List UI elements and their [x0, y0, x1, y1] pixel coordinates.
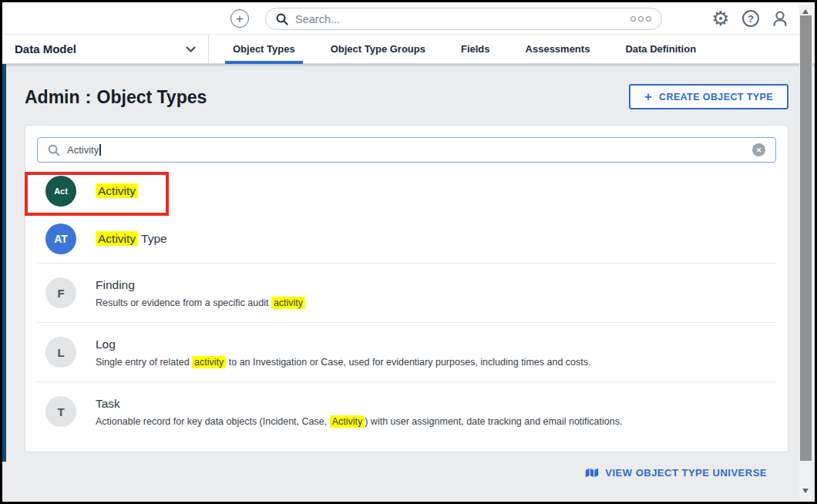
result-title: Activity [96, 184, 138, 198]
page-title: Admin : Object Types [25, 86, 207, 108]
description-segment: to an Investigation or Case, used for ev… [226, 357, 590, 368]
result-row[interactable]: FFindingResults or evidence from a speci… [37, 263, 776, 322]
content-left-border [2, 64, 6, 462]
panel-footer: VIEW OBJECT TYPE UNIVERSE [2, 467, 767, 479]
title-segment: Finding [96, 278, 135, 291]
description-segment: Results or evidence from a specific audi… [96, 297, 271, 308]
result-description: Actionable record for key data objects (… [96, 416, 622, 427]
tab-fields[interactable]: Fields [453, 35, 498, 63]
create-object-type-button[interactable]: + CREATE OBJECT TYPE [629, 84, 788, 109]
tab-bar: Object Types Object Type Groups Fields A… [215, 35, 714, 63]
description-segment: Actionable record for key data objects (… [96, 416, 330, 427]
chevron-down-icon [186, 46, 196, 52]
app-window: + Search... ⚙ ? Data Model [0, 0, 817, 504]
view-object-type-universe-label: VIEW OBJECT TYPE UNIVERSE [605, 467, 767, 479]
object-type-search-input[interactable]: Activity ✕ [37, 137, 776, 163]
scroll-up-arrow-icon[interactable] [802, 9, 809, 14]
description-segment: ) with user assignment, date tracking an… [365, 416, 622, 427]
result-row[interactable]: ActActivity [37, 167, 776, 215]
vertical-scrollbar[interactable] [799, 5, 812, 499]
title-segment: Log [96, 338, 116, 351]
search-input-value: Activity [67, 144, 99, 156]
magnifier-icon [48, 144, 60, 156]
result-description: Single entry of related activity to an I… [96, 357, 590, 368]
result-row[interactable]: TTaskActionable record for key data obje… [37, 381, 776, 441]
nav-bar: Data Model Object Types Object Type Grou… [2, 35, 815, 64]
result-row[interactable]: ATActivity Type [37, 215, 776, 263]
title-segment: Type [138, 232, 167, 245]
search-term-highlight: activity [192, 356, 226, 368]
page-title-separator: : [86, 86, 92, 108]
kebab-horizontal-icon[interactable] [630, 16, 651, 22]
clear-search-icon[interactable]: ✕ [752, 143, 765, 156]
map-icon [585, 467, 599, 479]
result-title: Log [96, 338, 590, 351]
result-text: Activity [96, 184, 138, 198]
top-bar: + Search... ⚙ ? [2, 2, 815, 35]
tab-assessments[interactable]: Assessments [518, 35, 598, 63]
object-type-avatar: T [45, 396, 76, 427]
view-object-type-universe-link[interactable]: VIEW OBJECT TYPE UNIVERSE [585, 467, 767, 479]
result-text: Activity Type [96, 232, 167, 246]
object-types-panel: Activity ✕ ActActivityATActivity TypeFFi… [25, 125, 788, 452]
context-selector-data-model[interactable]: Data Model [2, 35, 209, 63]
search-term-highlight: Activity [330, 415, 365, 428]
description-segment: Single entry of related [96, 357, 192, 368]
result-text: LogSingle entry of related activity to a… [96, 338, 590, 368]
result-title: Task [96, 397, 622, 411]
result-description: Results or evidence from a specific audi… [96, 297, 305, 308]
result-row[interactable]: LLogSingle entry of related activity to … [37, 322, 776, 381]
result-text: TaskActionable record for key data objec… [96, 397, 622, 427]
plus-icon: + [644, 90, 652, 104]
scroll-down-arrow-icon[interactable] [802, 489, 809, 493]
object-type-avatar: Act [45, 176, 76, 207]
object-type-avatar: AT [45, 223, 76, 254]
result-text: FindingResults or evidence from a specif… [96, 278, 305, 308]
page-title-text: Object Types [97, 87, 207, 108]
magnifier-icon [276, 13, 288, 25]
search-term-highlight: Activity [96, 183, 138, 198]
global-search-placeholder: Search... [295, 13, 340, 25]
global-search-input[interactable]: Search... [265, 8, 662, 30]
question-circle-icon[interactable]: ? [741, 8, 761, 29]
title-segment: Task [96, 397, 120, 410]
user-icon[interactable] [770, 8, 790, 29]
tab-object-type-groups[interactable]: Object Type Groups [323, 35, 433, 63]
object-type-avatar: L [45, 337, 76, 368]
tab-object-types[interactable]: Object Types [225, 35, 303, 63]
search-term-highlight: activity [271, 297, 305, 309]
context-selector-label: Data Model [15, 42, 76, 55]
gear-icon[interactable]: ⚙ [711, 8, 731, 29]
create-object-type-label: CREATE OBJECT TYPE [659, 92, 773, 102]
search-term-highlight: Activity [96, 231, 138, 246]
text-cursor [99, 144, 101, 156]
result-title: Activity Type [96, 232, 167, 246]
results-list: ActActivityATActivity TypeFFindingResult… [37, 167, 776, 441]
page-header: Admin : Object Types + CREATE OBJECT TYP… [2, 64, 815, 109]
page-title-prefix: Admin [25, 87, 80, 108]
plus-circle-icon[interactable]: + [230, 9, 249, 28]
object-type-avatar: F [45, 277, 76, 308]
tab-data-definition[interactable]: Data Definition [617, 35, 704, 63]
page-content: Admin : Object Types + CREATE OBJECT TYP… [2, 64, 815, 502]
result-title: Finding [96, 278, 305, 292]
scrollbar-thumb[interactable] [800, 15, 812, 461]
